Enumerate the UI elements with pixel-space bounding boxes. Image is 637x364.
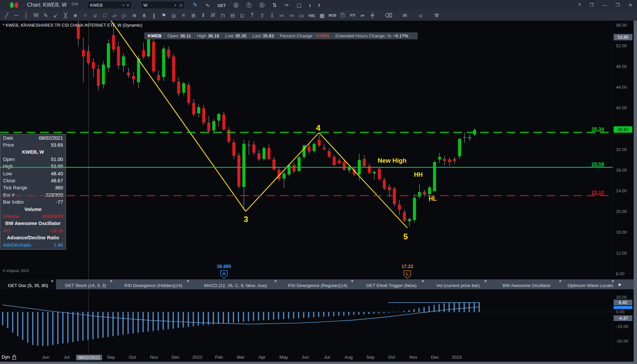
arrow-up-icon[interactable]: ⇧	[259, 12, 266, 19]
draw-pencil-icon[interactable]: ✎	[193, 2, 198, 8]
indicator-axis[interactable]: 10.000.00-10.00-20.006.45-4.37	[613, 289, 634, 353]
parallelogram-icon[interactable]: ▱	[111, 12, 118, 19]
tab-label: GET Stoch (14, 3, 3)	[65, 283, 106, 288]
wave-labels-icon[interactable]: ᴀᴘ	[359, 14, 366, 17]
eraser-icon[interactable]: ⌫	[385, 12, 393, 19]
comb-icon[interactable]: ╪	[369, 12, 376, 18]
horizontal-scrollbar[interactable]	[0, 362, 637, 364]
dyn-label: Dyn	[2, 354, 10, 360]
indicator-tick: -10.00	[616, 324, 628, 329]
grid-icon[interactable]: ▦	[319, 12, 325, 19]
minimize-button[interactable]: —	[602, 2, 607, 8]
arrow-right-icon[interactable]: ⇨	[279, 12, 285, 19]
fan-lines-icon[interactable]: ⋇	[72, 12, 79, 19]
horizontal-line-icon[interactable]: ─	[13, 12, 20, 18]
time-axis[interactable]: Dyn JunJul08/02/2021SepOctNovDec2022FebM…	[0, 353, 637, 362]
chevron-down-icon[interactable]: ▾	[175, 3, 176, 7]
indicator-tab[interactable]: RSI Divergence (Regular)(14)✕	[279, 279, 356, 289]
box-left-icon[interactable]: ⊏	[239, 12, 246, 19]
double-slash-icon[interactable]: ∥	[151, 12, 157, 19]
arrow-left-icon[interactable]: ⇦	[288, 12, 295, 19]
indicator-tab[interactable]: Optimum Wave Locato✕	[564, 279, 617, 289]
circled-t-icon[interactable]: Ⓣ	[340, 12, 346, 19]
crossed-lines-icon[interactable]: ╳	[62, 12, 69, 19]
trend-arrow-icon[interactable]: ↙	[52, 12, 59, 19]
pencil-icon[interactable]: ✎	[43, 12, 49, 19]
interval-combo[interactable]: W ▾ ◷	[141, 1, 185, 9]
tab-close-icon[interactable]: ✕	[51, 279, 54, 283]
settings-icon[interactable]: ⚒	[433, 12, 440, 19]
text-tool-icon[interactable]: T	[249, 12, 256, 18]
tab-close-icon[interactable]: ✕	[559, 279, 562, 283]
parallel-lines-icon[interactable]: ≋	[131, 12, 138, 19]
symbol-menu-icon[interactable]: ≡	[127, 3, 129, 8]
circle-t-icon[interactable]: Ⓣ	[246, 2, 252, 8]
indicator-tab[interactable]: GET Elliott Trigger (false)✕	[356, 279, 427, 289]
box-top-icon[interactable]: ⊓	[220, 12, 226, 19]
vertical-lines-icon[interactable]: ǁ	[200, 12, 207, 18]
indicator-tab[interactable]: Vol (current price bar)✕	[427, 279, 489, 289]
help-button[interactable]: ?	[578, 2, 581, 8]
facebook-icon[interactable]: f	[318, 3, 320, 8]
circle-a-icon[interactable]: Ⓐ	[259, 2, 265, 8]
tab-close-icon[interactable]: ✕	[422, 279, 424, 283]
rect-outline-icon[interactable]: ▭	[298, 12, 305, 19]
ellipse-icon[interactable]: ○	[82, 12, 89, 18]
triangle-icon[interactable]: ▷	[121, 12, 128, 19]
fan-left-icon[interactable]: ⋘	[308, 12, 316, 19]
tab-close-icon[interactable]: ✕	[274, 279, 277, 283]
indicator-tab[interactable]: MACD (12, 26, C, 9, false, true)✕	[192, 279, 279, 289]
target-icon[interactable]: ◎	[170, 12, 177, 19]
note-icon[interactable]: ✉	[402, 12, 408, 19]
tab-scroll-arrow[interactable]: ▶	[617, 279, 623, 289]
indicator-tab[interactable]: BW Awesome Oscillator✕	[489, 279, 564, 289]
pitchfork-icon[interactable]: ⋔	[141, 12, 148, 19]
record-green-icon[interactable]	[10, 2, 14, 8]
close-button[interactable]: ✕	[628, 2, 632, 8]
circle-b-icon[interactable]: Ⓑ	[233, 2, 239, 8]
clock-icon[interactable]: ◷	[179, 3, 183, 8]
record-red-icon[interactable]	[15, 2, 18, 8]
indicator-tab[interactable]: RSI Divergence (Hidden)(14)✕	[115, 279, 192, 289]
symbol-value[interactable]: KWEB	[90, 3, 122, 8]
sort-arrows-icon[interactable]: ⇅	[272, 2, 277, 8]
chart-canvas[interactable]: 35.3428.5823.10345New HighHHHL38.985H17.…	[0, 21, 613, 279]
flag-icon[interactable]: ⚑	[161, 12, 167, 19]
indicator-tab[interactable]: GET Osc (5, 35, 80)✕	[0, 279, 56, 289]
arc-icon[interactable]: ∪	[92, 12, 98, 19]
n-wave-icon[interactable]: И	[210, 12, 216, 18]
pti-icon[interactable]: PTI	[349, 14, 356, 17]
price-line-label: 28.58	[591, 161, 604, 167]
pivot-value-label: 17.22	[401, 264, 413, 269]
tab-close-icon[interactable]: ✕	[187, 279, 189, 283]
diagonal-line-icon[interactable]: ╱	[3, 12, 10, 19]
tab-close-icon[interactable]: ✕	[351, 279, 354, 283]
tab-close-icon[interactable]: ✕	[612, 279, 614, 283]
rectangle-icon[interactable]: □	[102, 12, 108, 18]
tab-close-icon[interactable]: ✕	[484, 279, 487, 283]
magnet-icon[interactable]: ∪	[417, 12, 424, 19]
chevron-down-icon[interactable]: ▾	[122, 3, 124, 7]
indicator-tab[interactable]: GET Stoch (14, 3, 3)✕	[56, 279, 115, 289]
interval-value[interactable]: W	[143, 3, 175, 8]
box-bottom-icon[interactable]: ⊟	[229, 12, 236, 19]
arrow-down-icon[interactable]: ⇩	[269, 12, 275, 19]
price-axis[interactable]: 56.0052.0048.0044.0040.0032.0028.0024.00…	[613, 21, 634, 279]
mob-icon[interactable]: MOB	[329, 14, 336, 17]
equal-lines-icon[interactable]: ≡	[180, 12, 187, 18]
indicator-canvas[interactable]	[0, 289, 613, 353]
dock-window-button[interactable]: ❐	[589, 2, 594, 8]
get-menu-icon[interactable]: GET	[217, 3, 226, 8]
right-scroll-strip[interactable]	[634, 21, 637, 364]
zigzag-icon[interactable]: W	[33, 12, 39, 18]
twitter-icon[interactable]: t	[309, 3, 311, 8]
symbol-combo[interactable]: KWEB ▾ ≡	[88, 1, 132, 9]
dashed-lines-icon[interactable]: ≣	[190, 12, 197, 19]
vertical-line-icon[interactable]: │	[23, 12, 30, 18]
restore-button[interactable]: ❐	[616, 2, 620, 8]
compose-icon[interactable]: ✑	[284, 2, 289, 8]
tab-close-icon[interactable]: ✕	[110, 279, 113, 283]
wave-icon[interactable]: ∿	[205, 2, 210, 8]
dyn-mode-control[interactable]: Dyn	[2, 354, 16, 360]
comment-icon[interactable]: ▢	[297, 2, 302, 8]
